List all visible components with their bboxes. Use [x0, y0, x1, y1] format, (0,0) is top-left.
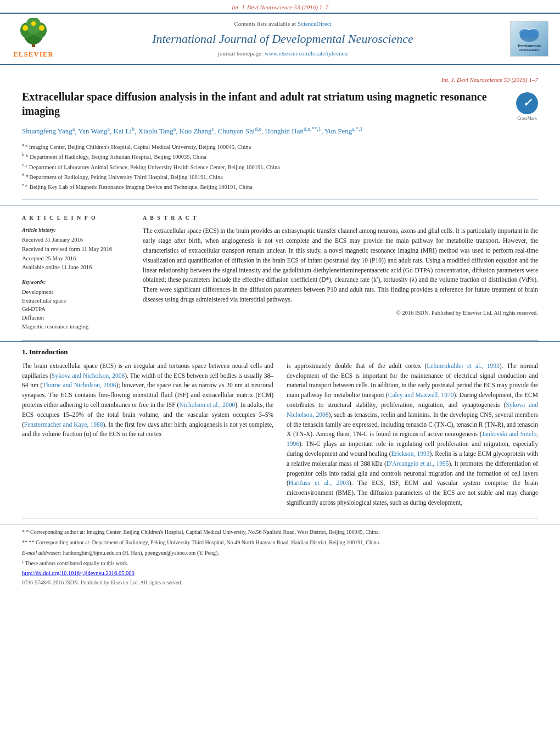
corresponding-note-2: ** ** Corresponding author at: Departmen… — [22, 538, 538, 546]
issn-line: 0736-5748/© 2016 ISDN. Published by Else… — [22, 579, 538, 587]
crossmark-label: CrossMark — [516, 115, 538, 121]
article-title: Extracellular space diffusion analysis i… — [22, 90, 538, 118]
keywords-label: Keywords: — [22, 278, 132, 286]
corresponding-note-1: * * Corresponding author at: Imaging Cen… — [22, 528, 538, 536]
abstract-panel: A B S T R A C T The extracellular space … — [143, 214, 538, 331]
keyword-5: Magnetic resonance imaging — [22, 323, 132, 331]
sciencedirect-link[interactable]: ScienceDirect — [298, 20, 332, 27]
ref-erickson-1993: Erickson, 1993 — [391, 450, 430, 457]
author-list: Shuangfeng Yanga, Yan Wanga, Kai Lib, Xi… — [22, 127, 363, 135]
elsevier-tree-icon — [17, 18, 50, 48]
journal-logo-right: DevelopmentalNeuroscience — [507, 21, 551, 57]
ref-nicholson-2000: Nicholson et al., 2000 — [179, 401, 235, 408]
keywords-section: Keywords: Development Extracellular spac… — [22, 278, 132, 331]
keyword-2: Extracellular space — [22, 297, 132, 305]
article-info-panel: A R T I C L E I N F O Article history: R… — [22, 214, 132, 331]
doi-link[interactable]: http://dx.doi.org/10.1016/j.ijdevneu.201… — [22, 570, 538, 578]
ref-darcangelo-1995: D'Arcangelo et al., 1995 — [387, 460, 449, 467]
equal-contribution-note: ¹ These authors contributed equally to t… — [22, 559, 538, 567]
journal-title: International Journal of Developmental N… — [69, 31, 496, 48]
ref-thorne-2006: Thorne and Nicholson, 2006 — [42, 382, 116, 388]
revised-date: Received in revised form 11 May 2016 — [22, 246, 132, 254]
elsevier-logo: ELSEVIER — [9, 18, 58, 59]
abstract-text: The extracellular space (ECS) in the bra… — [143, 226, 538, 305]
accepted-date: Accepted 25 May 2016 — [22, 255, 132, 263]
contents-available-line: Contents lists available at ScienceDirec… — [69, 20, 496, 28]
crossmark-container: ✓ CrossMark — [516, 92, 538, 121]
body-right-col: is approximately double that of the adul… — [287, 361, 538, 512]
ref-fenstermacher-1988: Fenstermacher and Kaye, 1988 — [24, 421, 103, 428]
crossmark-icon: ✓ — [517, 93, 537, 113]
body-two-col: The brain extracellular space (ECS) is a… — [22, 361, 538, 512]
ref-hartfuss-2003: Hartfuss et al., 2003 — [289, 479, 349, 486]
homepage-link[interactable]: www.elsevier.com/locate/ijdevneu — [265, 50, 348, 57]
copyright-line: © 2016 ISDN. Published by Elsevier Ltd. … — [143, 309, 538, 317]
svg-point-10 — [528, 29, 539, 38]
body-right-text: is approximately double that of the adul… — [287, 361, 538, 508]
ref-lehmenkuhler-1993: Lehmenkuhler et al., 1993 — [427, 362, 499, 369]
section1-title-text: 1. Introduction — [22, 348, 68, 356]
svg-point-5 — [23, 25, 28, 31]
keyword-3: Gd-DTPA — [22, 305, 132, 314]
journal-center: Contents lists available at ScienceDirec… — [58, 20, 507, 58]
body-left-text: The brain extracellular space (ECS) is a… — [22, 361, 273, 440]
affiliation-b: b ᵇ Department of Radiology, Beijing Jis… — [22, 152, 538, 161]
article-info-abstract-section: A R T I C L E I N F O Article history: R… — [0, 205, 560, 340]
article-info-heading: A R T I C L E I N F O — [22, 214, 132, 222]
affiliation-c: c ᶜ Department of Laboratory Animal Scie… — [22, 162, 538, 171]
affiliation-d: d ᵈ Department of Radiology, Peking Univ… — [22, 172, 538, 181]
section1-title: 1. Introduction — [22, 347, 538, 357]
article-footer: * * Corresponding author at: Imaging Cen… — [0, 524, 560, 590]
journal-homepage-line: journal homepage: www.elsevier.com/locat… — [69, 49, 496, 58]
journal-header: ELSEVIER Contents lists available at Sci… — [0, 13, 560, 64]
citation-bar: Int. J. Devl Neuroscience 53 (2016) 1–7 — [0, 0, 560, 13]
article-history-label: Article history: — [22, 226, 132, 234]
detected-text-and: and — [507, 421, 516, 428]
ref-sykova-2008: Sykova and Nicholson, 2008 — [52, 372, 125, 379]
keyword-1: Development — [22, 288, 132, 297]
body-section: 1. Introduction The brain extracellular … — [0, 341, 560, 518]
developmental-neuroscience-logo: DevelopmentalNeuroscience — [510, 21, 548, 57]
affiliations: a ᵃ Imaging Center, Beijing Children's H… — [22, 142, 538, 191]
article-section: Int. J. Devl Neuroscience 53 (2016) 1–7 … — [0, 65, 560, 199]
ref-jankovski-1996: Jankovski and Sotelo, 1996 — [287, 431, 538, 447]
affiliation-e: e ᵉ Beijing Key Lab of Magnetic Resonanc… — [22, 182, 538, 191]
footer-divider — [22, 518, 538, 518]
keyword-4: Diffusion — [22, 314, 132, 322]
svg-point-6 — [39, 25, 44, 31]
authors: Shuangfeng Yanga, Yan Wanga, Kai Lib, Xi… — [22, 125, 538, 137]
elsevier-brand-text: ELSEVIER — [13, 49, 54, 59]
ref-caley-1970: Caley and Maxwell, 1970 — [388, 392, 454, 398]
article-citation: Int. J. Devl Neuroscience 53 (2016) 1–7 — [22, 76, 538, 84]
journal-citation: Int. J. Devl Neuroscience 53 (2016) 1–7 — [232, 4, 328, 10]
svg-point-7 — [31, 21, 36, 26]
received-date: Received 31 January 2016 — [22, 236, 132, 244]
available-date: Available online 11 June 2016 — [22, 264, 132, 272]
affiliation-a: a ᵃ Imaging Center, Beijing Children's H… — [22, 142, 538, 151]
svg-text:✓: ✓ — [523, 97, 533, 109]
brain-icon — [518, 26, 540, 42]
header-divider — [22, 199, 538, 199]
ref-sykova-2008b: Sykova and Nicholson, 2008 — [287, 401, 538, 418]
crossmark-badge: ✓ — [516, 92, 538, 114]
abstract-heading: A B S T R A C T — [143, 214, 538, 222]
body-left-col: The brain extracellular space (ECS) is a… — [22, 361, 273, 512]
email-addresses: E-mail addresses: hanhongbin@bjmu.edu.cn… — [22, 549, 538, 557]
